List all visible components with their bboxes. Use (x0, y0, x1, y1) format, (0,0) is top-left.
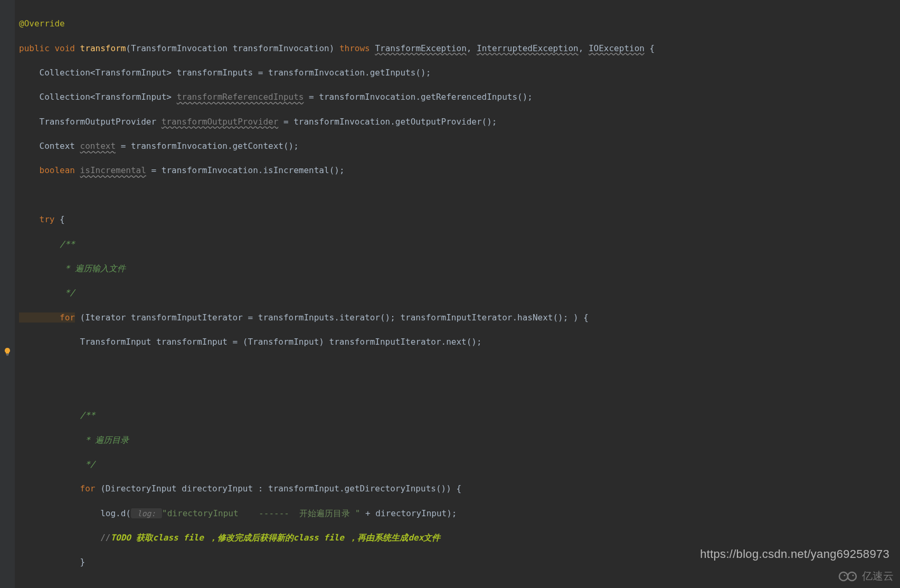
svg-rect-1 (6, 355, 8, 356)
code-text: = transformInvocation.getReferencedInput… (304, 92, 532, 102)
svg-point-5 (852, 574, 854, 576)
param-type: TransformInvocation (131, 43, 228, 53)
svg-rect-0 (6, 354, 9, 355)
infinity-icon (838, 571, 859, 582)
unused-var: transformOutputProvider (162, 117, 279, 127)
code-text: (Iterator transformInputIterator = trans… (75, 312, 589, 323)
javadoc: */ (19, 288, 75, 298)
unused-var: context (80, 141, 116, 151)
javadoc: */ (19, 459, 96, 469)
method-name: transform (80, 43, 126, 53)
paren: ( (126, 43, 131, 53)
svg-point-3 (848, 572, 856, 581)
param-name: transformInvocation (233, 43, 329, 53)
keyword-boolean: boolean (19, 165, 75, 175)
watermark-logo: 亿速云 (838, 568, 894, 584)
code-text: = transformInvocation.getContext(); (116, 141, 299, 151)
unused-var: transformReferencedInputs (177, 92, 304, 102)
javadoc: /** (19, 410, 96, 420)
keyword-public: public (19, 43, 50, 53)
keyword-throws: throws (339, 43, 370, 53)
code-text: log.d( (19, 508, 131, 518)
code-text: = transformInvocation.isIncremental(); (146, 165, 345, 175)
comment: // (19, 533, 110, 543)
watermark-text: 亿速云 (862, 568, 894, 584)
exception: TransformException (375, 43, 466, 53)
param-hint: log: (131, 508, 162, 518)
code-text: Collection<TransformInput> (19, 92, 177, 102)
code-text: + directoryInput); (360, 508, 457, 518)
javadoc: * 遍历目录 (19, 435, 129, 445)
editor-gutter (0, 0, 15, 588)
brace: { (54, 214, 64, 224)
annotation: @Override (19, 18, 65, 29)
exception: IOException (589, 43, 645, 53)
keyword-for: for (19, 312, 75, 323)
code-line: TransformInput transformInput = (Transfo… (19, 337, 482, 347)
code-text: = transformInvocation.getOutputProvider(… (278, 117, 497, 127)
brace: } (19, 557, 85, 567)
svg-point-4 (844, 574, 845, 576)
watermark-url: https://blog.csdn.net/yang69258973 (700, 546, 889, 563)
code-text: (DirectoryInput directoryInput : transfo… (96, 483, 462, 494)
keyword-try: try (19, 214, 54, 224)
javadoc: /** (19, 239, 75, 249)
unused-var: isIncremental (80, 165, 146, 175)
code-line: Collection<TransformInput> transformInpu… (19, 68, 431, 78)
todo-comment: TODO 获取class file ，修改完成后获得新的class file ，… (110, 533, 440, 543)
javadoc: * 遍历输入文件 (19, 263, 126, 273)
keyword-for: for (19, 483, 96, 494)
svg-point-2 (839, 572, 848, 581)
code-editor[interactable]: @Override public void transform(Transfor… (0, 0, 900, 588)
code-text: Context (19, 141, 80, 151)
paren: ) (329, 43, 335, 53)
code-text: TransformOutputProvider (19, 117, 162, 127)
intention-bulb-icon[interactable] (3, 347, 12, 355)
exception: InterruptedException (477, 43, 579, 53)
string-literal: "directoryInput ------ 开始遍历目录 " (162, 508, 360, 518)
keyword-void: void (54, 43, 75, 53)
